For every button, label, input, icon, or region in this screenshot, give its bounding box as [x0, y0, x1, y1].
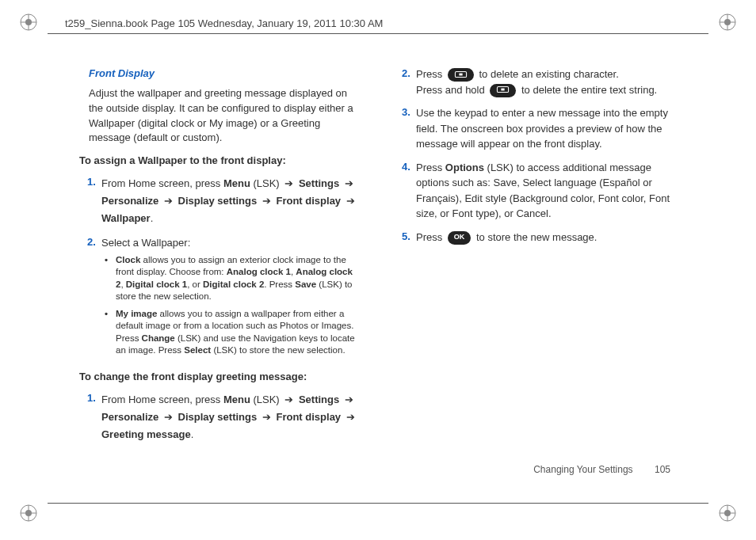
- ornament-top-left: [19, 13, 38, 32]
- page-content: Front Display Adjust the wallpaper and g…: [79, 67, 677, 461]
- header-rule: [48, 33, 708, 34]
- footer-rule: [48, 503, 708, 504]
- task2-step1: 1. From Home screen, press Menu (LSK) ➔ …: [79, 391, 362, 443]
- step-number: 4.: [394, 160, 416, 222]
- step-body: Select a Wallpaper: • Clock allows you t…: [101, 235, 362, 362]
- step-body: Press OK to store the new message.: [416, 230, 677, 245]
- svg-rect-19: [502, 89, 505, 91]
- step-number: 1.: [79, 175, 101, 227]
- clear-key-icon: [490, 84, 516, 97]
- right-column: 2. Press to delete an existing character…: [394, 67, 677, 461]
- ornament-top-right: [718, 13, 737, 32]
- page-footer: Changing Your Settings 105: [533, 464, 670, 475]
- footer-page-number: 105: [655, 464, 670, 475]
- right-step4: 4. Press Options (LSK) to access additio…: [394, 160, 677, 222]
- task1-step2: 2. Select a Wallpaper: • Clock allows yo…: [79, 235, 362, 362]
- task1-heading: To assign a Wallpaper to the front displ…: [79, 154, 362, 169]
- step-number: 2.: [394, 67, 416, 97]
- bullet-clock: • Clock allows you to assign an exterior…: [101, 254, 362, 303]
- step-body: Press Options (LSK) to access additional…: [416, 160, 677, 222]
- step-body: Use the keypad to enter a new message in…: [416, 105, 677, 152]
- step-body: From Home screen, press Menu (LSK) ➔ Set…: [101, 391, 362, 443]
- section-subhead: Front Display: [79, 67, 362, 82]
- step-number: 2.: [79, 235, 101, 362]
- step-number: 1.: [79, 391, 101, 443]
- ornament-bottom-left: [19, 504, 38, 523]
- svg-rect-17: [459, 73, 462, 75]
- ok-key-icon: OK: [448, 231, 472, 245]
- ornament-bottom-right: [718, 504, 737, 523]
- right-step2: 2. Press to delete an existing character…: [394, 67, 677, 97]
- bullet-myimage: • My image allows you to assign a wallpa…: [101, 308, 362, 357]
- page-header-text: t259_Sienna.book Page 105 Wednesday, Jan…: [60, 17, 388, 29]
- footer-section: Changing Your Settings: [533, 464, 632, 475]
- step-body: Press to delete an existing character. P…: [416, 67, 677, 97]
- step-number: 3.: [394, 105, 416, 152]
- step-number: 5.: [394, 230, 416, 245]
- right-step3: 3. Use the keypad to enter a new message…: [394, 105, 677, 152]
- task2-heading: To change the front display greeting mes…: [79, 370, 362, 385]
- left-column: Front Display Adjust the wallpaper and g…: [79, 67, 362, 461]
- step-body: From Home screen, press Menu (LSK) ➔ Set…: [101, 175, 362, 227]
- right-step5: 5. Press OK to store the new message.: [394, 230, 677, 245]
- intro-paragraph: Adjust the wallpaper and greeting messag…: [89, 86, 362, 146]
- clear-key-icon: [448, 68, 474, 82]
- task1-step1: 1. From Home screen, press Menu (LSK) ➔ …: [79, 175, 362, 227]
